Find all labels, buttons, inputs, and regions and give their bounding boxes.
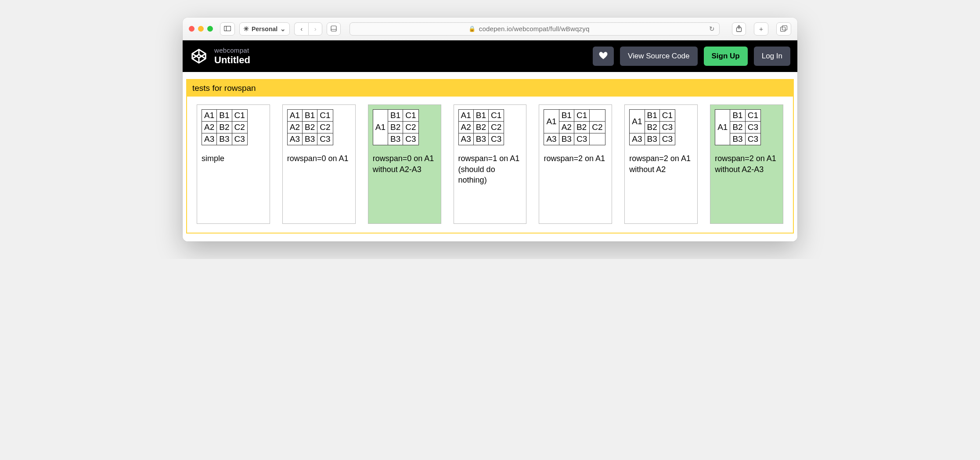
- table-row: A1B1C1: [458, 110, 504, 122]
- pen-meta: webcompat Untitled: [214, 47, 250, 66]
- address-bar[interactable]: 🔒 codepen.io/webcompat/full/wBwqzyq ↻: [349, 22, 720, 36]
- view-source-button[interactable]: View Source Code: [620, 47, 698, 66]
- demo-table: A1B1C1A2B2C2A3B3C3: [458, 109, 504, 145]
- table-cell: B3: [730, 133, 745, 145]
- new-tab-button[interactable]: ＋: [754, 22, 768, 36]
- test-card: A1B1C1B2C3A3B3C3rowspan=2 on A1 without …: [624, 104, 698, 224]
- table-cell: B2: [645, 122, 659, 133]
- test-cards-row: A1B1C1A2B2C2A3B3C3simpleA1B1C1A2B2C2A3B3…: [187, 97, 793, 226]
- test-card: A1B1C1A2B2C2A3B3C3simple: [197, 104, 270, 224]
- table-cell: B1: [217, 110, 232, 122]
- table-row: A3B3C3: [630, 133, 675, 145]
- table-cell: C2: [232, 122, 247, 133]
- demo-table: A1B1C1B2C3B3C3: [715, 109, 761, 145]
- back-button[interactable]: ‹: [294, 22, 308, 36]
- table-cell: A3: [630, 133, 645, 145]
- section-title: tests for rowspan: [187, 80, 793, 97]
- table-cell: A2: [458, 122, 473, 133]
- table-row: A1B1C1: [715, 110, 761, 122]
- table-cell: C3: [489, 133, 504, 145]
- table-cell: B1: [303, 110, 317, 122]
- table-cell: A1: [458, 110, 473, 122]
- profile-icon: ☀︎: [243, 25, 249, 32]
- browser-toolbar: ☀︎ Personal ⌄ ‹ › 🔒 codepen.io/webcompat…: [183, 18, 797, 40]
- minimize-window-button[interactable]: [198, 26, 204, 32]
- table-cell: A1: [630, 110, 645, 133]
- table-row: A3B3C3: [202, 133, 248, 145]
- profile-picker[interactable]: ☀︎ Personal ⌄: [239, 22, 290, 36]
- test-card: A1B1C1A2B2C2A3B3C3rowspan=0 on A1: [282, 104, 356, 224]
- table-cell: A2: [287, 122, 302, 133]
- zoom-window-button[interactable]: [207, 26, 213, 32]
- table-cell: A1: [202, 110, 217, 122]
- table-cell: B3: [473, 133, 488, 145]
- svg-rect-0: [224, 26, 231, 31]
- table-row: A3B3C3: [287, 133, 333, 145]
- rendered-pen: tests for rowspan A1B1C1A2B2C2A3B3C3simp…: [183, 72, 797, 241]
- card-caption: simple: [202, 153, 265, 164]
- table-cell: B1: [730, 110, 745, 122]
- sidebar-toggle-button[interactable]: [220, 22, 235, 36]
- table-cell: C1: [745, 110, 760, 122]
- card-caption: rowspan=0 on A1: [287, 153, 351, 164]
- table-cell: B2: [730, 122, 745, 133]
- table-cell: B2: [574, 122, 589, 133]
- table-cell: A1: [544, 110, 559, 133]
- url-text: codepen.io/webcompat/full/wBwqzyq: [479, 25, 590, 32]
- demo-table: A1B1C1A2B2C2A3B3C3: [287, 109, 333, 145]
- table-row: A1B1C1: [287, 110, 333, 122]
- profile-label: Personal: [252, 25, 277, 32]
- table-cell: A3: [287, 133, 302, 145]
- chevron-left-icon: ‹: [300, 25, 303, 32]
- tab-overview-button[interactable]: [776, 22, 791, 36]
- love-button[interactable]: [593, 47, 614, 66]
- table-cell: C3: [659, 122, 675, 133]
- rowspan-tests-section: tests for rowspan A1B1C1A2B2C2A3B3C3simp…: [186, 79, 794, 234]
- table-cell: A2: [202, 122, 217, 133]
- plus-icon: ＋: [758, 25, 764, 32]
- table-cell: C1: [489, 110, 504, 122]
- table-cell: B1: [645, 110, 659, 122]
- test-card: A1B1C1B2C3B3C3rowspan=2 on A1 without A2…: [710, 104, 783, 224]
- table-cell: C3: [317, 133, 333, 145]
- table-cell: A3: [202, 133, 217, 145]
- table-cell: C3: [745, 133, 760, 145]
- demo-table: A1B1C1B2C3A3B3C3: [629, 109, 675, 145]
- table-cell: C3: [745, 122, 760, 133]
- table-cell: C1: [232, 110, 247, 122]
- table-cell: C3: [574, 133, 589, 145]
- table-cell: C2: [403, 122, 418, 133]
- tabs-icon: [780, 25, 787, 32]
- table-cell: A3: [544, 133, 559, 145]
- chevron-right-icon: ›: [314, 25, 317, 32]
- table-cell: B2: [388, 122, 403, 133]
- window-controls: [189, 26, 213, 32]
- signup-button[interactable]: Sign Up: [704, 47, 748, 66]
- browser-window: ☀︎ Personal ⌄ ‹ › 🔒 codepen.io/webcompat…: [183, 18, 797, 241]
- table-row: A1B1C1: [630, 110, 675, 122]
- close-window-button[interactable]: [189, 26, 195, 32]
- table-cell: C3: [232, 133, 247, 145]
- svg-rect-6: [782, 25, 787, 30]
- card-caption: rowspan=2 on A1 without A2: [629, 153, 693, 175]
- share-button[interactable]: [732, 22, 746, 36]
- table-row: A1B1C1: [544, 110, 605, 122]
- card-caption: rowspan=2 on A1 without A2-A3: [715, 153, 778, 175]
- reload-icon[interactable]: ↻: [709, 25, 715, 32]
- table-cell: C2: [489, 122, 504, 133]
- share-icon: [736, 25, 742, 33]
- pen-author[interactable]: webcompat: [214, 47, 250, 54]
- forward-button[interactable]: ›: [308, 22, 322, 36]
- sidebar-icon: [224, 25, 231, 32]
- lock-icon: 🔒: [468, 25, 476, 32]
- login-button[interactable]: Log In: [754, 47, 790, 66]
- table-cell: A2: [559, 122, 574, 133]
- table-cell: B1: [388, 110, 403, 122]
- table-cell: C1: [403, 110, 418, 122]
- table-cell: B3: [303, 133, 317, 145]
- demo-table: A1B1C1B2C2B3C3: [373, 109, 419, 145]
- reader-button[interactable]: [327, 22, 341, 36]
- codepen-logo[interactable]: [190, 47, 208, 65]
- table-cell: B2: [217, 122, 232, 133]
- test-card: A1B1C1A2B2C2A3B3C3rowspan=2 on A1: [539, 104, 612, 224]
